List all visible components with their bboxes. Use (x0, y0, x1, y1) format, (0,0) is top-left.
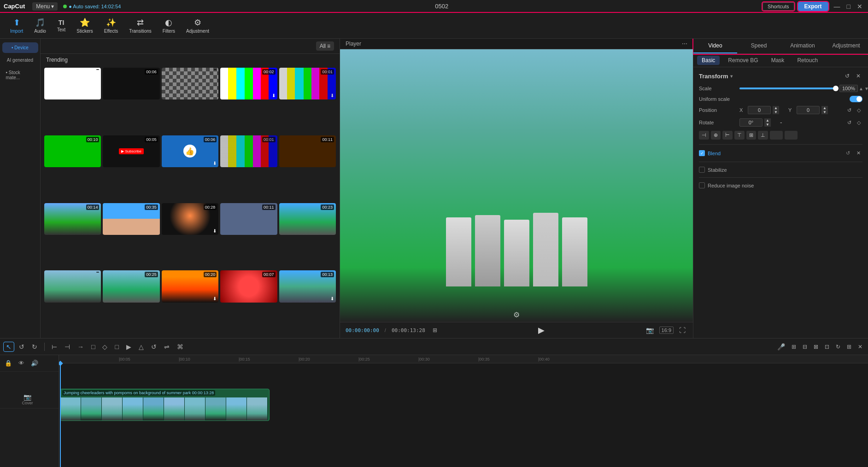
scale-stepper-down[interactable]: ▼ (864, 86, 868, 91)
tl-shape[interactable]: ◇ (100, 342, 110, 351)
tab-speed[interactable]: Speed (737, 39, 781, 53)
pos-x-up[interactable]: ▲ (773, 106, 779, 110)
shortcuts-button[interactable]: Shortcuts (762, 2, 794, 11)
align-right[interactable]: ⊢ (722, 131, 733, 140)
noise-checkbox[interactable] (699, 182, 705, 188)
media-thumb-5[interactable]: 00:01 ⬇ (279, 68, 336, 99)
align-extra2[interactable] (785, 131, 798, 140)
blend-more[interactable]: ✕ (855, 149, 862, 157)
tl-link[interactable]: ⇌ (162, 342, 172, 351)
pos-x-down[interactable]: ▼ (773, 110, 779, 114)
minimize-button[interactable]: — (832, 2, 842, 11)
media-thumb-9[interactable]: 00:01 (220, 135, 277, 167)
fullscreen-button[interactable]: ⛶ (677, 326, 687, 335)
pos-y-input[interactable] (797, 106, 820, 114)
settings-gear-icon[interactable]: ⚙ (513, 310, 520, 319)
rotate-dash[interactable]: - (778, 118, 784, 127)
menu-button[interactable]: Menu ▾ (32, 2, 58, 11)
play-button[interactable]: ▶ (538, 325, 545, 335)
eye-icon[interactable]: 👁 (17, 359, 26, 368)
sub-tab-mask[interactable]: Mask (767, 56, 789, 65)
tl-tool-r2[interactable]: ⊟ (801, 342, 809, 351)
align-extra1[interactable] (770, 131, 783, 140)
tl-flag[interactable]: △ (136, 342, 146, 351)
tl-trim[interactable]: → (75, 342, 86, 351)
maximize-button[interactable]: □ (845, 2, 852, 11)
tl-undo[interactable]: ↺ (17, 342, 27, 351)
media-thumb-2[interactable]: 00:06 (103, 68, 159, 99)
audio-icon[interactable]: 🔊 (29, 359, 40, 368)
tl-split[interactable]: ⊢ (49, 342, 59, 351)
pos-y-down[interactable]: ▼ (821, 110, 828, 114)
tl-select-tool[interactable]: ↖ (4, 342, 14, 351)
tab-video[interactable]: Video (693, 39, 737, 53)
rotate-up[interactable]: ▲ (764, 118, 771, 123)
align-top[interactable]: ⊤ (734, 131, 745, 140)
tl-mask[interactable]: □ (112, 342, 121, 351)
rotate-keyframe[interactable]: ◇ (855, 119, 862, 127)
tl-tool-r1[interactable]: ⊞ (790, 342, 798, 351)
media-thumb-18[interactable]: 00:20 ⬇ (162, 270, 218, 302)
position-reset[interactable]: ↺ (845, 106, 853, 114)
playhead[interactable] (60, 363, 61, 467)
sub-tab-remove-bg[interactable]: Remove BG (723, 56, 762, 65)
tl-rotate[interactable]: ↺ (149, 342, 159, 351)
media-thumb-19[interactable]: 00:07 (220, 270, 277, 302)
tl-redo[interactable]: ↻ (29, 342, 40, 351)
transform-reset[interactable]: ↺ (843, 72, 851, 80)
sidebar-item-device[interactable]: • Device (2, 42, 38, 53)
stabilize-checkbox[interactable] (699, 167, 705, 173)
sidebar-item-stock[interactable]: • Stock mate... (2, 67, 38, 83)
uniform-scale-toggle[interactable] (850, 96, 862, 102)
tool-text[interactable]: TI Text (53, 17, 70, 34)
all-filter-button[interactable]: All ≡ (316, 41, 334, 51)
align-center-h[interactable]: ⊕ (711, 131, 721, 140)
tool-stickers[interactable]: ⭐ Stickers (72, 16, 98, 35)
tab-animation[interactable]: Animation (781, 39, 825, 53)
snapshot-button[interactable]: 📷 (644, 326, 656, 335)
tl-tool-r3[interactable]: ⊠ (812, 342, 820, 351)
media-thumb-12[interactable]: 00:35 (103, 203, 159, 235)
blend-checkbox[interactable]: ✓ (699, 150, 705, 156)
media-thumb-15[interactable]: 00:23 (279, 203, 336, 235)
tool-filters[interactable]: ◐ Filters (158, 16, 180, 35)
tool-audio[interactable]: 🎵 Audio (29, 16, 51, 35)
scale-input[interactable] (839, 85, 858, 92)
rotate-reset[interactable]: ↺ (845, 119, 853, 127)
media-thumb-4[interactable]: 00:02 ⬇ (220, 68, 277, 99)
sidebar-item-ai[interactable]: AI generated (2, 55, 38, 65)
rotate-down[interactable]: ▼ (764, 123, 771, 127)
tl-tool-r6[interactable]: ⊞ (845, 342, 853, 351)
video-clip[interactable]: Jumping cheerleaders with pompoms on bac… (60, 389, 270, 421)
media-thumb-6[interactable]: 00:10 (44, 135, 101, 167)
media-thumb-16[interactable] (44, 270, 101, 302)
media-thumb-20[interactable]: 00:13 ⬇ (279, 270, 336, 302)
media-thumb-11[interactable]: 00:14 (44, 203, 101, 235)
tool-transitions[interactable]: ⇄ Transitions (124, 16, 156, 35)
pos-x-input[interactable] (748, 106, 771, 114)
rotate-input[interactable] (739, 118, 762, 127)
tl-delete[interactable]: ⊣ (62, 342, 72, 351)
player-menu-icon[interactable]: ⋯ (682, 41, 687, 47)
transform-more[interactable]: ✕ (854, 72, 862, 80)
tool-effects[interactable]: ✨ Effects (100, 16, 123, 35)
position-keyframe[interactable]: ◇ (855, 106, 862, 114)
lock-icon[interactable]: 🔒 (3, 359, 14, 368)
media-thumb-3[interactable] (162, 68, 218, 99)
media-thumb-7[interactable]: 00:05 ▶ Subscribe (103, 135, 159, 167)
sub-tab-basic[interactable]: Basic (697, 56, 720, 65)
scale-stepper-up[interactable]: ▲ (859, 86, 863, 91)
tl-play[interactable]: ▶ (124, 342, 134, 351)
sub-tab-retouch[interactable]: Retouch (792, 56, 822, 65)
media-thumb-17[interactable]: 00:25 (103, 270, 159, 302)
tl-crop[interactable]: □ (89, 342, 97, 351)
frames-button[interactable]: ⊞ (431, 326, 439, 334)
export-button[interactable]: Export (798, 2, 828, 11)
tab-adjustment[interactable]: Adjustment (824, 39, 868, 53)
media-thumb-13[interactable]: 00:28 ⬇ (162, 203, 218, 235)
scale-slider[interactable] (739, 88, 836, 89)
align-left[interactable]: ⊣ (699, 131, 709, 140)
tool-import[interactable]: ⬆ Import (6, 16, 28, 35)
media-thumb-10[interactable]: 00:11 (279, 135, 336, 167)
tl-mic[interactable]: 🎤 (775, 342, 787, 351)
